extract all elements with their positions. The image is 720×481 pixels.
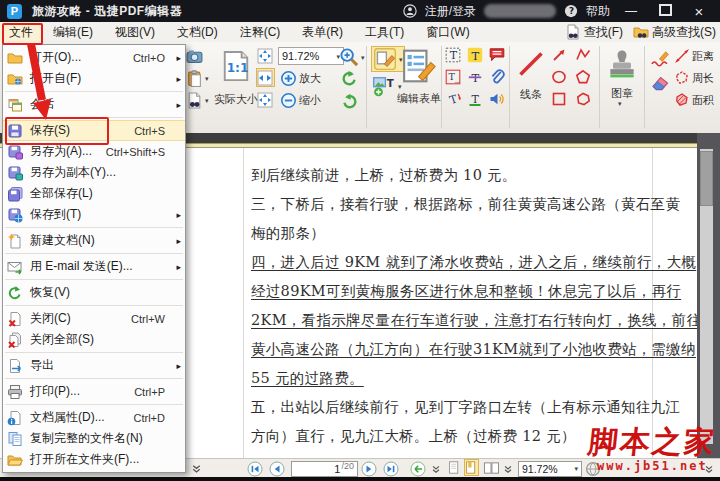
perimeter-icon xyxy=(674,70,690,86)
submenu-arrow-icon: ▸ xyxy=(176,100,181,110)
stamp-button[interactable] xyxy=(607,46,637,84)
first-page-button[interactable] xyxy=(247,460,263,477)
zoom-out-button[interactable]: 缩小 xyxy=(280,92,321,109)
find-button[interactable]: 查找(F) xyxy=(565,24,623,41)
search-doc-button[interactable]: ▾ xyxy=(186,92,209,109)
new-doc-icon xyxy=(7,233,23,249)
camera-icon xyxy=(186,48,203,65)
file-menu-item[interactable]: 保存到(T)▸ xyxy=(3,204,185,225)
text-select-button[interactable]: T xyxy=(445,47,461,63)
advanced-find-button[interactable]: 高级查找(S) xyxy=(633,24,716,41)
strikeout-text-button[interactable]: T xyxy=(467,69,483,85)
register-login-button[interactable]: 注册/登录 xyxy=(425,3,476,20)
email-icon xyxy=(7,259,23,275)
file-menu-item[interactable]: 关闭全部(S) xyxy=(3,329,185,350)
paste-button[interactable]: ▾ xyxy=(186,70,209,87)
area-button[interactable]: 面积 xyxy=(674,92,714,108)
maximize-button[interactable] xyxy=(652,4,678,19)
page-number-box[interactable]: 1/20 xyxy=(291,460,358,477)
eraser-button[interactable] xyxy=(650,72,670,92)
clipboard-icon xyxy=(186,70,203,87)
file-menu-item[interactable]: 打开所在文件夹(F)... xyxy=(3,449,185,470)
file-menu-item[interactable]: 新建文档(N)▸ xyxy=(3,230,185,251)
help-button[interactable]: 帮助 xyxy=(586,3,610,20)
menu-item-1[interactable]: 编辑(E) xyxy=(42,22,104,42)
arrow-tool-button[interactable] xyxy=(551,47,567,63)
zoom-level-combo[interactable]: 91.72%▾ xyxy=(278,47,344,65)
first-page-icon xyxy=(247,461,263,477)
search-doc-icon xyxy=(186,92,203,109)
rotate-right-button[interactable] xyxy=(341,93,358,110)
snapshot-button[interactable] xyxy=(186,48,203,65)
fit-width-button[interactable] xyxy=(256,68,275,87)
pentagon-tool-button[interactable] xyxy=(575,69,591,85)
close-button[interactable]: × xyxy=(686,3,712,20)
stamp-caret-icon[interactable]: ▾ xyxy=(618,100,622,107)
highlight-text-button[interactable]: T xyxy=(467,47,483,63)
menu-item-2[interactable]: 视图(V) xyxy=(104,22,166,42)
svg-text:T: T xyxy=(450,49,458,62)
close-doc-icon xyxy=(7,311,23,327)
zoom-in-button[interactable]: 放大 xyxy=(280,70,321,87)
perimeter-button[interactable]: 周长 xyxy=(674,70,714,86)
statusbar-zoom-combo[interactable]: 91.72%▾ xyxy=(518,460,582,477)
statusbar-expand-left[interactable] xyxy=(190,460,203,477)
polyline-tool-button[interactable] xyxy=(575,47,591,63)
file-menu-item[interactable]: 全部保存(L) xyxy=(3,183,185,204)
file-menu-item[interactable]: 打印(P)...Ctrl+P xyxy=(3,381,185,402)
single-page-view-button[interactable] xyxy=(448,460,461,475)
file-menu-item[interactable]: 文档属性(D)...Ctrl+D xyxy=(3,407,185,428)
minimize-button[interactable]: — xyxy=(618,4,644,18)
last-page-button[interactable] xyxy=(383,460,399,477)
file-menu-item[interactable]: 关闭(C)Ctrl+W xyxy=(3,308,185,329)
circle-icon xyxy=(551,69,567,85)
file-menu-item[interactable]: 导出▸ xyxy=(3,355,185,376)
menu-item-7[interactable]: 窗口(W) xyxy=(415,22,480,42)
menu-item-5[interactable]: 表单(R) xyxy=(291,22,354,42)
continuous-view-button[interactable] xyxy=(465,460,478,475)
rotate-left-button[interactable] xyxy=(341,70,358,87)
file-menu-item[interactable]: 用 E-mail 发送(E)...▸ xyxy=(3,256,185,277)
file-menu-item[interactable]: 复制完整的文件名(N) xyxy=(3,428,185,449)
rectangle-tool-button[interactable] xyxy=(551,91,567,107)
menu-item-3[interactable]: 文档(D) xyxy=(166,22,229,42)
sound-button[interactable] xyxy=(489,91,505,107)
previous-view-button[interactable] xyxy=(410,460,426,477)
fit-page-button[interactable] xyxy=(256,46,275,65)
view-mode-caret[interactable] xyxy=(502,460,514,477)
underline-text-button[interactable]: T xyxy=(467,91,483,107)
watermark-site-url: www.jb51.net xyxy=(597,459,708,473)
file-menu-item[interactable]: 另存为副本(Y)... xyxy=(3,162,185,183)
menu-item-6[interactable]: 工具(T) xyxy=(354,22,415,42)
edit-content-button[interactable]: ▾ xyxy=(371,46,405,72)
text-rotate-button[interactable]: T xyxy=(445,91,461,107)
distance-button[interactable]: 距离 xyxy=(674,48,714,64)
doc-props-icon xyxy=(7,410,23,426)
fit-visible-button[interactable] xyxy=(256,90,275,109)
attach-file-button[interactable] xyxy=(489,69,505,85)
submenu-arrow-icon: ▸ xyxy=(176,210,181,220)
two-page-view-button[interactable] xyxy=(482,460,500,477)
marquee-zoom-button[interactable]: ▾ xyxy=(339,47,365,67)
text-box-button[interactable]: T_ xyxy=(445,69,461,85)
scrollbar-thumb[interactable] xyxy=(700,151,713,206)
next-page-button[interactable] xyxy=(361,460,377,477)
comment-button[interactable] xyxy=(489,47,505,63)
pencil-button[interactable] xyxy=(650,47,670,67)
file-menu-item-label: 打开所在文件夹(F)... xyxy=(30,451,139,468)
view-history-caret[interactable] xyxy=(430,460,442,477)
vertical-scrollbar[interactable] xyxy=(700,149,713,444)
menu-item-4[interactable]: 注释(C) xyxy=(229,22,292,42)
line-tool-button[interactable] xyxy=(517,50,545,78)
title-bar: P 旅游攻略 - 迅捷PDF编辑器 注册/登录 ? 帮助 — × xyxy=(0,0,720,22)
scrollbar-area xyxy=(697,133,720,458)
circle-tool-button[interactable] xyxy=(551,69,567,85)
actual-size-button[interactable]: 1:1 xyxy=(221,46,251,86)
app-window: P 旅游攻略 - 迅捷PDF编辑器 注册/登录 ? 帮助 — × 文件编辑(E)… xyxy=(0,0,720,481)
svg-text:T: T xyxy=(472,93,480,106)
file-menu-item[interactable]: 恢复(V) xyxy=(3,282,185,303)
edit-form-button[interactable] xyxy=(402,45,436,87)
prev-page-button[interactable] xyxy=(269,460,285,477)
text-box-icon: T_ xyxy=(445,69,461,85)
polygon-tool-button[interactable] xyxy=(575,91,591,107)
